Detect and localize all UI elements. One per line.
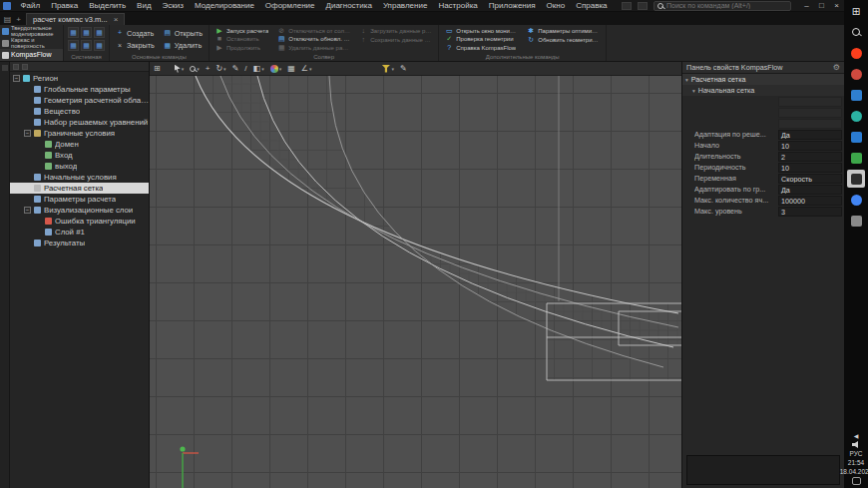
instrument-set-tab[interactable]: Твердотельное моделирование	[0, 25, 63, 37]
tree-item[interactable]: −Ошибка триангуляции	[10, 216, 149, 227]
tree-item[interactable]: −Домен	[10, 139, 149, 150]
display-mode-icon[interactable]: ◧▾	[252, 63, 265, 75]
menu-item[interactable]: Приложения	[483, 0, 541, 12]
new-document-icon[interactable]: +	[13, 14, 24, 25]
ribbon-button[interactable]: ↻Обновить геометрию кэ...	[525, 36, 602, 45]
tree-item[interactable]: −Вход	[10, 150, 149, 161]
property-value[interactable]: 3	[778, 207, 842, 217]
tree-item[interactable]: −Расчетная сетка	[10, 183, 149, 194]
ribbon-button[interactable]: ▤Отключить обновл. слоев	[275, 35, 352, 43]
menu-item[interactable]: Диагностика	[320, 0, 377, 12]
pencil-icon[interactable]: ✎	[231, 63, 240, 75]
tray-expand-icon[interactable]: ◀	[854, 432, 859, 439]
property-value[interactable]: Скорость	[778, 174, 842, 184]
taskbar-app-green-icon[interactable]	[847, 149, 865, 167]
expander-icon[interactable]: −	[13, 75, 20, 82]
palette-icon[interactable]: ▾	[269, 63, 283, 75]
close-button[interactable]: ×	[829, 0, 844, 12]
menu-item[interactable]: Файл	[15, 0, 46, 12]
grid-icon[interactable]: ▦	[68, 40, 79, 51]
doc-save-icon[interactable]: ▦	[94, 27, 105, 38]
taskbar-kompas-active-icon[interactable]	[847, 170, 865, 188]
ribbon-button[interactable]: ⊘Отключиться от солвера	[275, 27, 352, 35]
dock-icon[interactable]	[13, 64, 19, 70]
ribbon-button[interactable]: ■Остановить	[214, 35, 270, 43]
doc-open-icon[interactable]: ▦	[81, 27, 92, 38]
viewport[interactable]	[150, 76, 681, 488]
property-value[interactable]: Да	[778, 185, 842, 195]
settings-icon[interactable]: ▦	[94, 40, 105, 51]
gear-icon[interactable]: ⚙	[833, 63, 840, 72]
notifications-icon[interactable]	[638, 2, 648, 10]
measure-icon[interactable]: ∠▾	[300, 63, 313, 75]
command-search-input[interactable]	[666, 2, 787, 9]
tree-item[interactable]: −Начальные условия	[10, 172, 149, 183]
doc-new-icon[interactable]: ▦	[68, 27, 79, 38]
ribbon-button[interactable]: ▭Открыть окно мониторинга	[443, 27, 520, 35]
menu-item[interactable]: Настройка	[433, 0, 483, 12]
pin-icon[interactable]	[22, 64, 28, 70]
tree-item[interactable]: −Регион	[10, 73, 149, 84]
taskbar-app-teal-icon[interactable]	[847, 107, 865, 125]
ribbon-button[interactable]: ?Справка KompasFlow	[443, 44, 520, 52]
menu-item[interactable]: Моделирование	[189, 0, 259, 12]
taskbar-browser-icon[interactable]	[847, 44, 865, 62]
tree-item[interactable]: −Вещество	[10, 106, 149, 117]
tree-item[interactable]: −Граничные условия	[10, 128, 149, 139]
orbit-icon[interactable]: ↻▾	[215, 63, 226, 75]
select-arrow-icon[interactable]: ▾	[174, 63, 186, 75]
tree-item[interactable]: −выход	[10, 161, 149, 172]
menu-item[interactable]: Управление	[377, 0, 432, 12]
tree-item[interactable]: −Глобальные параметры	[10, 84, 149, 95]
property-value[interactable]: 10	[778, 163, 842, 173]
menu-item[interactable]: Эскиз	[157, 0, 189, 12]
ribbon-button[interactable]: ▤Открыть	[162, 27, 205, 40]
ribbon-button[interactable]: ▦Удалить данные расчета	[275, 44, 352, 52]
taskbar-search-icon[interactable]	[847, 23, 865, 41]
tree-item[interactable]: −Геометрия расчетной области	[10, 95, 149, 106]
view-grid-icon[interactable]: ⊞	[153, 63, 162, 75]
pan-icon[interactable]: +	[205, 63, 212, 75]
interface-toggle-icon[interactable]	[622, 2, 632, 10]
tab-list-icon[interactable]: ▤	[2, 14, 13, 25]
ribbon-button[interactable]: +Создать	[114, 27, 157, 40]
mesh-view-icon[interactable]: ▦	[286, 63, 296, 75]
layers-icon[interactable]: ▦	[81, 40, 92, 51]
property-section[interactable]: ▾Расчетная сетка	[682, 74, 844, 85]
eyedropper-icon[interactable]: /	[243, 63, 247, 75]
taskbar-start-icon[interactable]: ⊞	[847, 2, 865, 20]
property-value[interactable]: 10	[778, 141, 842, 151]
minimize-button[interactable]: –	[799, 0, 814, 12]
menu-item[interactable]: Выделить	[84, 0, 132, 12]
chat-icon[interactable]	[852, 477, 861, 485]
menu-item[interactable]: Справка	[571, 0, 613, 12]
volume-icon[interactable]	[852, 441, 860, 448]
tab-close-icon[interactable]: ×	[114, 15, 119, 24]
maximize-button[interactable]: □	[814, 0, 829, 12]
property-value[interactable]: 100000	[778, 196, 842, 206]
filter-icon[interactable]: ▾	[380, 63, 395, 75]
menu-item[interactable]: Вид	[132, 0, 157, 12]
tree-item[interactable]: −Результаты	[10, 238, 149, 248]
ribbon-button[interactable]: ▶Продолжить	[214, 44, 270, 52]
annotate-icon[interactable]: ✎	[399, 63, 408, 75]
tree-item[interactable]: −Визуализационные слои	[10, 205, 149, 216]
property-value[interactable]: Да	[778, 130, 842, 140]
taskbar-app-red-icon[interactable]	[847, 65, 865, 83]
date[interactable]: 18.04.2025	[840, 468, 868, 475]
taskbar-app-blue2-icon[interactable]	[847, 191, 865, 209]
property-value[interactable]: 2	[778, 152, 842, 162]
ribbon-button[interactable]: ↓Загрузить данные расчета	[357, 27, 434, 36]
document-tab[interactable]: расчет компас v3.m... ×	[26, 13, 125, 25]
panel-collapse-icon[interactable]	[2, 65, 8, 71]
command-search[interactable]	[653, 1, 791, 11]
property-subsection[interactable]: ▾Начальная сетка	[682, 85, 844, 96]
taskbar-app-gray-icon[interactable]	[847, 212, 865, 230]
zoom-icon[interactable]: ▾	[189, 63, 201, 75]
instrument-set-tab-active[interactable]: KompasFlow	[0, 49, 63, 61]
menu-item[interactable]: Правка	[46, 0, 84, 12]
taskbar-app-blue-icon[interactable]	[847, 86, 865, 104]
ribbon-button[interactable]: ▦Удалить	[162, 40, 205, 53]
menu-item[interactable]: Окно	[541, 0, 571, 12]
instrument-set-tab[interactable]: Каркас и поверхность	[0, 37, 63, 49]
